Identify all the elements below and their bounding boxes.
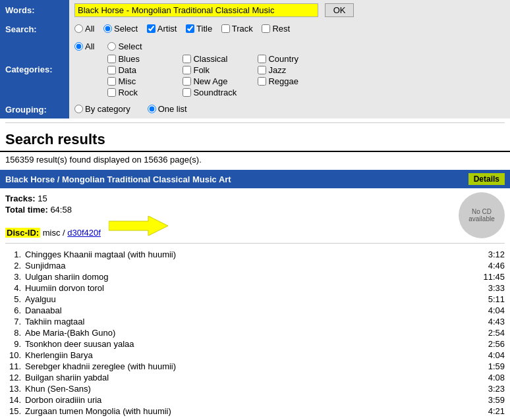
cat-rock-checkbox[interactable] bbox=[107, 88, 116, 97]
total-time-line: Total time: 64:58 bbox=[5, 205, 459, 215]
track-item[interactable]: 14. Dorbon oiradiiin uria 3:59 bbox=[5, 394, 505, 406]
cat-jazz-label[interactable]: Jazz bbox=[258, 65, 324, 75]
cat-blues-checkbox[interactable] bbox=[107, 55, 116, 63]
cat-select-radio[interactable] bbox=[107, 42, 116, 51]
search-track-checkbox-label[interactable]: Track bbox=[221, 24, 253, 34]
track-item[interactable]: 4. Huumiin dorvon torol 3:33 bbox=[5, 282, 505, 294]
categories-content: All Select Blues Classical Country Data … bbox=[69, 38, 510, 101]
search-title-checkbox-label[interactable]: Title bbox=[186, 24, 212, 34]
svg-marker-0 bbox=[109, 216, 168, 236]
track-duration: 3:12 bbox=[472, 249, 505, 259]
track-item[interactable]: 9. Tsonkhon deer suusan yalaa 2:56 bbox=[5, 338, 505, 350]
cat-select-text: Select bbox=[118, 41, 142, 51]
search-label: Search: bbox=[0, 20, 69, 38]
search-rest-text: Rest bbox=[272, 24, 290, 34]
details-button[interactable]: Details bbox=[468, 173, 505, 185]
track-duration: 2:56 bbox=[472, 339, 505, 349]
grouping-onelist-radio[interactable] bbox=[148, 105, 156, 113]
grouping-onelist-label[interactable]: One list bbox=[148, 104, 187, 114]
track-item[interactable]: 3. Uulgan shariin domog 11:45 bbox=[5, 271, 505, 282]
cat-country-label[interactable]: Country bbox=[258, 54, 324, 64]
search-row: Search: All Select Artist Title Track bbox=[0, 20, 510, 38]
search-title-checkbox[interactable] bbox=[186, 24, 194, 33]
words-input[interactable] bbox=[74, 3, 318, 17]
cat-all-radio-label[interactable]: All bbox=[74, 41, 94, 51]
track-title: Dorbon oiradiiin uria bbox=[25, 395, 472, 405]
track-item[interactable]: 6. Danaabal 4:04 bbox=[5, 305, 505, 316]
track-item[interactable]: 10. Kherlengiin Barya 4:04 bbox=[5, 350, 505, 361]
cat-select-radio-label[interactable]: Select bbox=[107, 41, 142, 51]
grouping-bycategory-label[interactable]: By category bbox=[74, 104, 130, 114]
track-title: Kherlengiin Barya bbox=[25, 350, 472, 360]
categories-grid: Blues Classical Country Data Folk Jazz M… bbox=[107, 54, 330, 97]
search-artist-checkbox-label[interactable]: Artist bbox=[147, 24, 177, 34]
track-duration: 4:46 bbox=[472, 261, 505, 271]
ok-button[interactable]: OK bbox=[325, 3, 354, 17]
cat-classical-checkbox[interactable] bbox=[183, 55, 191, 63]
search-select-radio-label[interactable]: Select bbox=[103, 24, 138, 34]
track-duration: 3:59 bbox=[472, 395, 505, 405]
total-time-label: Total time: bbox=[5, 205, 48, 215]
search-rest-checkbox-label[interactable]: Rest bbox=[262, 24, 290, 34]
no-cd-image: No CD available bbox=[459, 192, 505, 238]
track-duration: 4:04 bbox=[472, 305, 505, 315]
track-item[interactable]: 5. Ayalguu 5:11 bbox=[5, 294, 505, 305]
disc-id-link[interactable]: d30f420f bbox=[67, 228, 101, 238]
cat-newage-label[interactable]: New Age bbox=[183, 76, 248, 86]
search-track-checkbox[interactable] bbox=[221, 24, 230, 33]
cat-country-checkbox[interactable] bbox=[258, 55, 266, 63]
track-item[interactable]: 2. Sunjidmaa 4:46 bbox=[5, 260, 505, 271]
track-num: 9. bbox=[5, 339, 25, 349]
cat-newage-checkbox[interactable] bbox=[183, 77, 191, 86]
cat-data-label[interactable]: Data bbox=[107, 65, 173, 75]
track-item[interactable]: 12. Builgan shariin yabdal 4:08 bbox=[5, 372, 505, 383]
track-title: Abe Maria-(Bakh Guno) bbox=[25, 328, 472, 338]
results-count: 156359 result(s) found displayed on 1563… bbox=[5, 155, 505, 165]
section-divider bbox=[5, 122, 505, 123]
track-title: Danaabal bbox=[25, 305, 472, 315]
track-item[interactable]: 8. Abe Maria-(Bakh Guno) 2:54 bbox=[5, 327, 505, 338]
cat-soundtrack-label[interactable]: Soundtrack bbox=[183, 88, 248, 97]
grouping-label: Grouping: bbox=[0, 101, 69, 118]
track-num: 2. bbox=[5, 261, 25, 271]
album-meta: Tracks: 15 Total time: 64:58 Disc-ID: mi… bbox=[5, 192, 459, 239]
search-rest-checkbox[interactable] bbox=[262, 24, 270, 33]
cat-classical-label[interactable]: Classical bbox=[183, 54, 248, 64]
cat-all-radio[interactable] bbox=[74, 42, 83, 51]
no-cd-line1: No CD bbox=[472, 208, 492, 215]
track-title: Huumiin dorvon torol bbox=[25, 283, 472, 293]
cat-folk-label[interactable]: Folk bbox=[183, 65, 248, 75]
cat-soundtrack-checkbox[interactable] bbox=[183, 88, 191, 97]
grouping-content: By category One list bbox=[69, 101, 510, 118]
track-num: 13. bbox=[5, 384, 25, 394]
search-all-radio-label[interactable]: All bbox=[74, 24, 94, 34]
no-cd-line2: available bbox=[468, 215, 494, 223]
track-item[interactable]: 1. Chingges Khaanii magtaal (with huumii… bbox=[5, 249, 505, 260]
track-title: Ayalguu bbox=[25, 294, 472, 304]
track-item[interactable]: 13. Khun (Sen-Sans) 3:23 bbox=[5, 383, 505, 394]
cat-misc-checkbox[interactable] bbox=[107, 77, 116, 86]
track-item[interactable]: 7. Takhiin magtaal 4:43 bbox=[5, 316, 505, 327]
grouping-bycategory-radio[interactable] bbox=[74, 105, 83, 113]
cat-reggae-label[interactable]: Reggae bbox=[258, 76, 324, 86]
cat-rock-label[interactable]: Rock bbox=[107, 88, 173, 97]
search-select-radio[interactable] bbox=[103, 24, 112, 33]
cat-blues-label[interactable]: Blues bbox=[107, 54, 173, 64]
cat-folk-checkbox[interactable] bbox=[183, 66, 191, 74]
track-num: 3. bbox=[5, 272, 25, 282]
track-num: 7. bbox=[5, 317, 25, 327]
search-artist-checkbox[interactable] bbox=[147, 24, 156, 33]
track-num: 10. bbox=[5, 350, 25, 360]
cat-reggae-checkbox[interactable] bbox=[258, 77, 266, 86]
track-duration: 3:23 bbox=[472, 384, 505, 394]
track-list: 1. Chingges Khaanii magtaal (with huumii… bbox=[0, 246, 510, 420]
cat-jazz-checkbox[interactable] bbox=[258, 66, 266, 74]
track-duration: 4:08 bbox=[472, 373, 505, 382]
track-item[interactable]: 11. Serebger khadnii zereglee (with huum… bbox=[5, 361, 505, 372]
track-item[interactable]: 15. Zurgaan tumen Mongolia (with huumii)… bbox=[5, 406, 505, 417]
words-content: OK bbox=[69, 0, 510, 20]
cat-data-checkbox[interactable] bbox=[107, 66, 116, 74]
cat-misc-label[interactable]: Misc bbox=[107, 76, 173, 86]
search-all-radio[interactable] bbox=[74, 24, 83, 33]
track-duration: 4:04 bbox=[472, 350, 505, 360]
